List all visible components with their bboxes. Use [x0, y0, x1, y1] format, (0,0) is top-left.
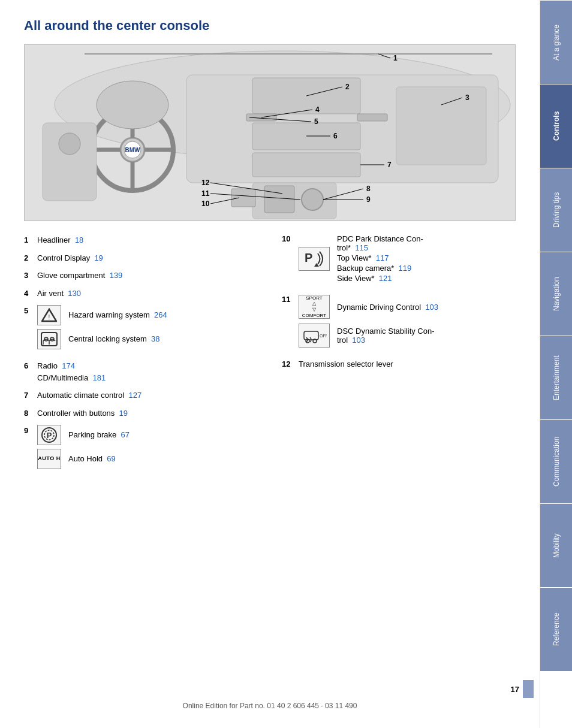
item-5-number: 5 — [24, 305, 37, 317]
svg-text:3: 3 — [465, 93, 469, 102]
item-2-link[interactable]: 19 — [94, 253, 103, 262]
svg-point-48 — [97, 81, 168, 129]
item-9-number: 9 — [24, 425, 37, 437]
svg-text:P: P — [305, 251, 312, 264]
sidebar: At a glance Controls Driving tips Naviga… — [540, 0, 572, 728]
sidebar-tab-mobility-label: Mobility — [552, 533, 561, 558]
sidebar-tab-communication-label: Communication — [552, 437, 561, 487]
sidebar-tab-entertainment[interactable]: Entertainment — [540, 336, 572, 419]
svg-text:2: 2 — [345, 83, 350, 91]
svg-text:9: 9 — [366, 195, 371, 204]
autoh-icon: AUTO H — [37, 449, 61, 469]
right-item-10-sideview-link[interactable]: 121 — [379, 274, 392, 283]
list-item-4: 4 Air vent 130 — [24, 288, 258, 300]
item-2-label: Control Display 19 — [37, 252, 103, 264]
list-item-7: 7 Automatic climate control 127 — [24, 389, 258, 401]
page-number-row: 17 — [0, 680, 540, 698]
svg-text:P: P — [47, 431, 52, 440]
right-item-12-number: 12 — [282, 360, 299, 368]
sidebar-tab-driving-tips-label: Driving tips — [552, 192, 561, 228]
svg-text:1: 1 — [393, 54, 398, 62]
list-item-8: 8 Controller with buttons 19 — [24, 407, 258, 419]
item-8-number: 8 — [24, 407, 37, 419]
right-item-11-sport-text: Dynamic Driving Control 103 — [337, 303, 438, 312]
right-item-11-dsc-col: OFF DSC Dynamic Stability Con-trol 103 — [299, 324, 438, 348]
sidebar-tab-controls[interactable]: Controls — [540, 84, 572, 168]
page-bar — [523, 680, 534, 698]
svg-rect-20 — [231, 189, 255, 207]
right-item-12-label: Transmission selector lever — [299, 360, 393, 368]
item-4-link[interactable]: 130 — [68, 289, 81, 298]
list-item-5: 5 ! Hazard warning system 264 — [24, 305, 258, 354]
dsc-icon-box: OFF — [299, 324, 330, 348]
item-9-autoh-label: Auto Hold 69 — [68, 453, 116, 465]
right-item-11-dsc: DSC Dynamic Stability Con-trol 103 — [337, 327, 435, 345]
right-item-11-content: SPORT△▽COMFORT Dynamic Driving Control 1… — [299, 295, 438, 351]
right-item-11-dynamic-link[interactable]: 103 — [425, 303, 438, 312]
item-9-autoh-link[interactable]: 69 — [107, 454, 115, 463]
item-9-parking-label: Parking brake 67 — [68, 429, 130, 441]
left-column: 1 Headliner 18 2 Control Display 19 3 Gl… — [24, 234, 270, 480]
svg-text:6: 6 — [333, 132, 338, 140]
items-grid: 1 Headliner 18 2 Control Display 19 3 Gl… — [24, 234, 516, 480]
item-6-radio-link[interactable]: 174 — [62, 361, 75, 370]
right-item-11-dynamic: Dynamic Driving Control 103 — [337, 303, 438, 312]
sidebar-tab-driving-tips[interactable]: Driving tips — [540, 168, 572, 252]
item-6-multimedia: CD/Multimedia 181 — [37, 372, 106, 384]
item-3-number: 3 — [24, 270, 37, 282]
svg-text:4: 4 — [315, 105, 320, 114]
item-9-parking-link[interactable]: 67 — [121, 430, 129, 439]
svg-rect-15 — [252, 153, 360, 177]
page-number: 17 — [511, 685, 519, 694]
hazard-icon: ! — [37, 305, 61, 325]
svg-text:7: 7 — [387, 161, 392, 169]
locking-icon — [37, 329, 61, 349]
item-8-link[interactable]: 19 — [119, 409, 128, 418]
right-item-10-pdc-link[interactable]: 115 — [355, 243, 368, 252]
svg-point-19 — [302, 189, 323, 210]
right-item-11-dsc-link[interactable]: 103 — [352, 336, 365, 345]
item-5-locking-row: Central locking system 38 — [37, 329, 167, 349]
right-item-10-icon-col: P PDC Park Distance Con-trol* 115 — [299, 234, 423, 283]
parking-icon: P — [37, 425, 61, 445]
list-item-6: 6 Radio 174 CD/Multimedia 181 — [24, 360, 258, 383]
svg-rect-16 — [396, 87, 486, 165]
right-item-11: 11 SPORT△▽COMFORT Dynamic Driving Contro… — [282, 295, 516, 351]
item-3-link[interactable]: 139 — [110, 271, 123, 280]
item-1-label: Headliner 18 — [37, 234, 83, 246]
sidebar-tab-navigation-label: Navigation — [552, 277, 561, 311]
item-7-link[interactable]: 127 — [128, 391, 142, 400]
right-item-10-topview-link[interactable]: 117 — [376, 253, 389, 262]
right-item-11-row: 11 SPORT△▽COMFORT Dynamic Driving Contro… — [282, 295, 516, 351]
sidebar-tab-reference[interactable]: Reference — [540, 587, 572, 671]
item-6-radio: Radio 174 — [37, 360, 106, 372]
sidebar-tab-navigation[interactable]: Navigation — [540, 252, 572, 336]
item-8-label: Controller with buttons 19 — [37, 407, 128, 419]
item-1-link[interactable]: 18 — [75, 235, 83, 244]
svg-text:OFF: OFF — [320, 334, 327, 338]
item-5-hazard-label: Hazard warning system 264 — [68, 309, 167, 321]
sidebar-tab-at-a-glance-label: At a glance — [552, 24, 561, 60]
right-item-10-number: 10 — [282, 234, 299, 243]
item-6-number: 6 — [24, 360, 37, 372]
right-column: 10 P — [270, 234, 516, 480]
svg-text:5: 5 — [314, 117, 318, 126]
item-7-label: Automatic climate control 127 — [37, 389, 142, 401]
sidebar-tab-communication[interactable]: Communication — [540, 419, 572, 503]
right-item-10-sideview: Side View* 121 — [337, 274, 423, 283]
svg-text:10: 10 — [201, 200, 210, 208]
car-diagram: BMW — [24, 44, 516, 221]
page-footer: 17 Online Edition for Part no. 01 40 2 6… — [0, 680, 540, 710]
sidebar-tab-at-a-glance[interactable]: At a glance — [540, 0, 572, 84]
item-9-autoh-row: AUTO H Auto Hold 69 — [37, 449, 130, 469]
item-5-locking-link[interactable]: 38 — [151, 334, 159, 343]
right-item-10: 10 P — [282, 234, 516, 286]
item-2-number: 2 — [24, 252, 37, 264]
list-item-3: 3 Glove compartment 139 — [24, 270, 258, 282]
sidebar-tab-mobility[interactable]: Mobility — [540, 503, 572, 587]
item-6-multimedia-link[interactable]: 181 — [92, 373, 106, 382]
right-item-10-backup-link[interactable]: 119 — [399, 264, 412, 273]
footer-text: Online Edition for Part no. 01 40 2 606 … — [0, 702, 540, 710]
item-4-label: Air vent 130 — [37, 288, 81, 300]
item-5-hazard-link[interactable]: 264 — [154, 310, 167, 319]
